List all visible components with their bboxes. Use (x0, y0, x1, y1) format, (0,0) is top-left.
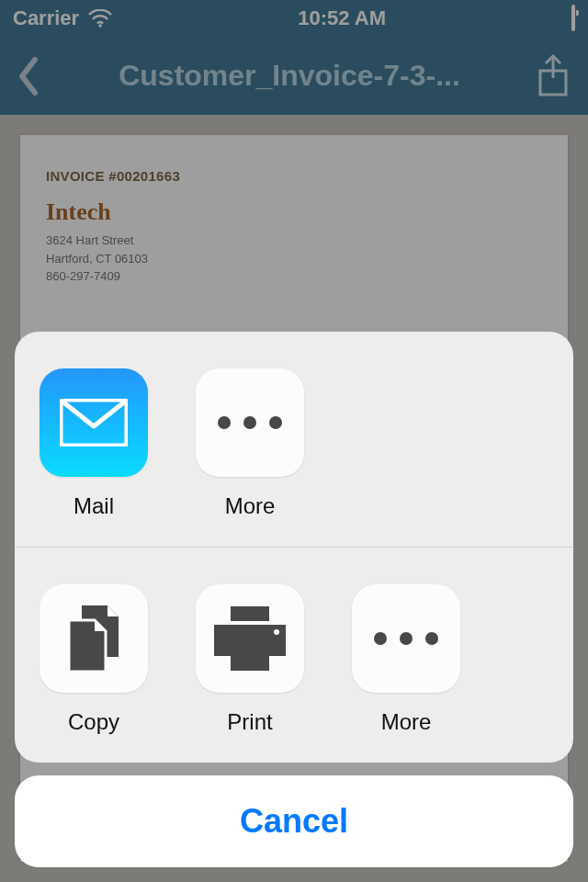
share-action-label: Print (227, 709, 272, 735)
more-icon (352, 584, 460, 693)
share-action-label: More (225, 493, 276, 519)
share-action-print[interactable]: Print (195, 584, 305, 735)
share-action-mail[interactable]: Mail (39, 368, 149, 519)
share-action-copy[interactable]: Copy (39, 584, 149, 735)
copy-icon (40, 584, 148, 693)
share-action-label: More (381, 709, 432, 735)
share-action-label: Copy (68, 709, 119, 735)
print-icon (196, 584, 304, 693)
share-action-more-actions[interactable]: More (351, 584, 461, 735)
mail-icon (40, 368, 148, 477)
svg-rect-4 (231, 606, 269, 621)
cancel-button[interactable]: Cancel (15, 775, 573, 867)
svg-point-5 (274, 629, 279, 635)
svg-rect-6 (231, 645, 269, 671)
more-icon (196, 368, 304, 477)
share-sheet-app-row: Mail More (15, 332, 573, 547)
share-action-label: Mail (74, 493, 114, 519)
share-sheet-action-row: Copy Print More (15, 547, 573, 763)
share-action-more-apps[interactable]: More (195, 368, 305, 519)
share-sheet: Mail More Copy Print (15, 332, 573, 867)
